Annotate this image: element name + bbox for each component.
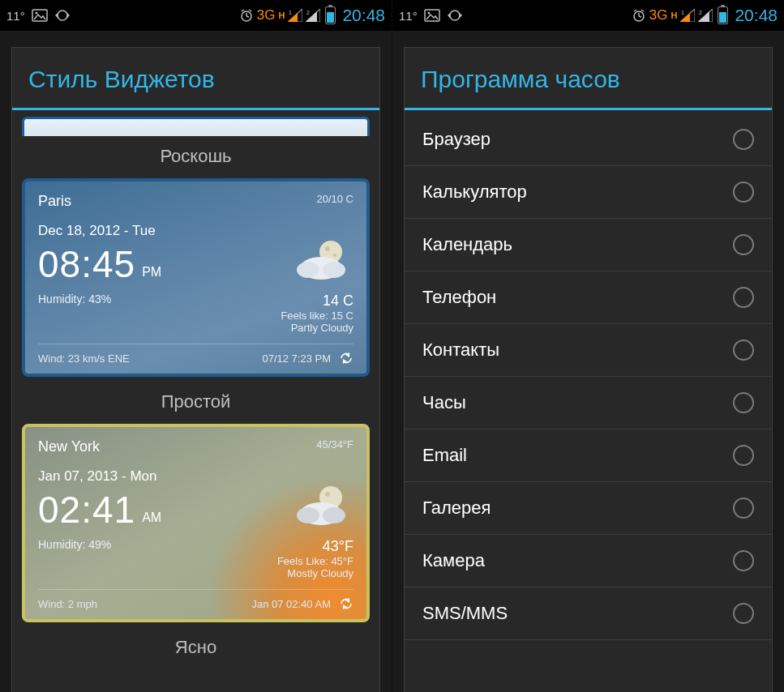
network-h: H — [670, 11, 677, 20]
style-label-luxury[interactable]: Роскошь — [12, 136, 379, 178]
svg-line-6 — [246, 16, 249, 17]
radio-icon[interactable] — [733, 340, 754, 361]
app-label: Телефон — [422, 287, 496, 308]
svg-text:2: 2 — [699, 10, 702, 15]
app-label: Калькулятор — [422, 182, 527, 203]
widget-humidity: Humidity: 49% — [38, 538, 161, 551]
signal-icon-sim1: 1 — [680, 9, 695, 22]
svg-line-38 — [641, 10, 644, 11]
phone-right: 11° 3GH 1 2 20:48 Программа часов — [392, 0, 784, 692]
radio-icon[interactable] — [733, 550, 754, 571]
style-label-clear[interactable]: Ясно — [12, 627, 379, 669]
picture-icon — [32, 9, 48, 22]
app-label: Контакты — [422, 340, 499, 361]
widget-preview-newyork[interactable]: New York 45/34°F Jan 07, 2013 - Mon 02:4… — [22, 424, 370, 622]
app-row-email[interactable]: Email — [405, 429, 772, 482]
svg-point-16 — [325, 246, 330, 251]
widget-feels: Feels Like: 45°F — [277, 555, 353, 567]
dialog-title: Стиль Виджетов — [12, 48, 379, 108]
app-row-contacts[interactable]: Контакты — [405, 324, 772, 377]
widget-wind: Wind: 2 mph — [38, 598, 97, 610]
svg-point-17 — [333, 254, 336, 257]
svg-point-19 — [297, 262, 319, 278]
sync-icon — [54, 9, 71, 22]
radio-icon[interactable] — [733, 182, 754, 203]
app-row-clock[interactable]: Часы — [405, 377, 772, 429]
status-clock: 20:48 — [342, 6, 385, 25]
radio-icon[interactable] — [733, 445, 754, 466]
widget-temp: 14 C — [281, 293, 353, 310]
status-bar: 11° 3GH 1 2 20:48 — [0, 0, 392, 31]
svg-marker-33 — [448, 13, 450, 18]
svg-point-27 — [323, 507, 345, 523]
widget-condition: Partly Cloudy — [281, 322, 353, 334]
radio-icon[interactable] — [733, 603, 754, 624]
svg-line-7 — [242, 10, 244, 11]
widget-humidity: Humidity: 43% — [38, 293, 161, 305]
svg-text:1: 1 — [289, 10, 292, 15]
app-label: Камера — [422, 550, 485, 571]
svg-text:2: 2 — [306, 10, 310, 15]
svg-line-36 — [639, 16, 641, 17]
svg-point-31 — [427, 12, 430, 15]
app-row-calendar[interactable]: Календарь — [405, 219, 772, 271]
picture-icon — [424, 9, 440, 22]
sync-icon — [447, 9, 463, 22]
svg-point-1 — [35, 12, 37, 15]
network-3g: 3G — [257, 7, 276, 23]
app-label: Email — [422, 445, 467, 466]
app-label: SMS/MMS — [422, 603, 508, 624]
app-row-browser[interactable]: Браузер — [405, 113, 772, 166]
svg-point-20 — [323, 262, 345, 278]
svg-line-37 — [634, 10, 636, 11]
widget-time: 02:41 — [38, 488, 135, 532]
status-temp: 11° — [399, 9, 418, 23]
alarm-icon — [239, 8, 254, 23]
svg-marker-32 — [460, 13, 462, 18]
radio-icon[interactable] — [733, 234, 754, 255]
status-bar: 11° 3GH 1 2 20:48 — [392, 0, 784, 31]
widget-updated: Jan 07 02:40 AM — [251, 598, 331, 610]
network-3g: 3G — [649, 7, 668, 23]
app-row-gallery[interactable]: Галерея — [405, 482, 772, 535]
widget-time: 08:45 — [38, 242, 135, 286]
app-row-calculator[interactable]: Калькулятор — [405, 166, 772, 219]
widget-style-dialog: Стиль Виджетов Роскошь Paris 20/10 C Dec… — [11, 47, 380, 692]
svg-point-24 — [325, 492, 330, 497]
weather-icon — [290, 236, 353, 284]
svg-marker-2 — [67, 13, 70, 18]
app-row-camera[interactable]: Камера — [405, 535, 772, 587]
app-row-sms[interactable]: SMS/MMS — [405, 587, 772, 640]
signal-icon-sim2: 2 — [306, 9, 320, 22]
radio-icon[interactable] — [733, 498, 754, 519]
app-label: Браузер — [422, 129, 491, 150]
widget-ampm: AM — [142, 510, 161, 532]
battery-icon — [718, 6, 728, 24]
widget-preview-paris[interactable]: Paris 20/10 C Dec 18, 2012 - Tue 08:45 P… — [22, 178, 370, 377]
refresh-icon[interactable] — [339, 351, 353, 365]
app-row-phone[interactable]: Телефон — [405, 271, 772, 324]
widget-city: Paris — [38, 193, 71, 210]
widget-temp: 43°F — [277, 538, 353, 555]
phone-left: 11° 3GH 1 2 20:48 Размер Шрифта Часов С — [0, 0, 392, 692]
radio-icon[interactable] — [733, 129, 754, 150]
svg-marker-3 — [55, 13, 58, 18]
widget-hilo: 45/34°F — [316, 438, 353, 451]
app-label: Календарь — [422, 234, 512, 255]
widget-style-scroll[interactable]: Роскошь Paris 20/10 C Dec 18, 2012 - Tue — [12, 110, 379, 692]
svg-point-26 — [297, 507, 319, 523]
widget-preview-peek[interactable] — [22, 117, 370, 136]
widget-wind: Wind: 23 km/s ENE — [38, 352, 130, 365]
widget-ampm: PM — [142, 265, 161, 286]
widget-updated: 07/12 7:23 PM — [262, 352, 331, 365]
radio-icon[interactable] — [733, 287, 754, 308]
refresh-icon[interactable] — [339, 596, 353, 611]
radio-icon[interactable] — [733, 392, 754, 413]
app-list[interactable]: Браузер Калькулятор Календарь Телефон Ко… — [405, 110, 772, 640]
status-clock: 20:48 — [735, 6, 778, 25]
widget-city: New York — [38, 438, 100, 455]
style-label-simple[interactable]: Простой — [12, 382, 379, 424]
svg-line-8 — [249, 10, 251, 11]
svg-text:1: 1 — [681, 10, 684, 15]
app-label: Галерея — [422, 498, 491, 519]
